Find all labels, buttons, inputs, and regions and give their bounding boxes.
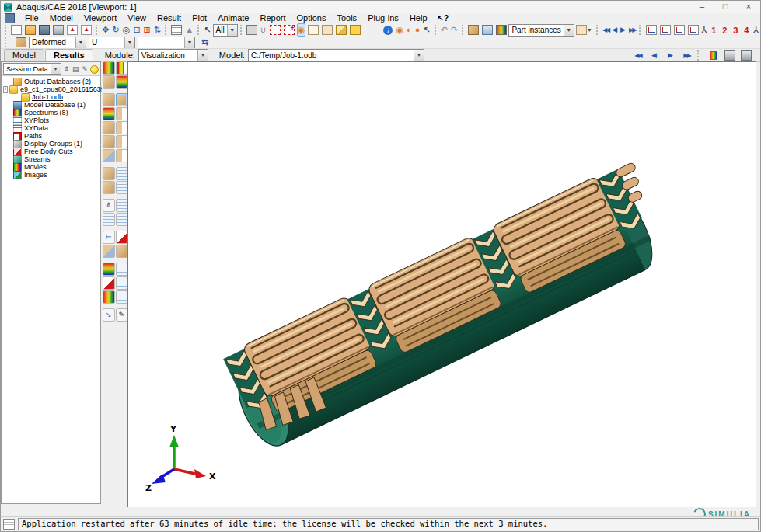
close-button[interactable]: ×: [737, 1, 760, 13]
plot-state-combo[interactable]: Deformed ▼: [29, 37, 86, 49]
xy-data-manager-icon[interactable]: [103, 213, 115, 226]
chevron-down-icon[interactable]: ▼: [184, 37, 194, 48]
tree-item[interactable]: + Job-1.odb: [3, 93, 100, 101]
orientation-options-icon[interactable]: [116, 135, 128, 148]
maximize-button[interactable]: □: [714, 1, 737, 13]
plot-symbols-icon[interactable]: [103, 121, 115, 134]
toolbar-grip[interactable]: [639, 25, 641, 35]
view-front-button[interactable]: [645, 23, 658, 37]
chevron-down-icon[interactable]: ▼: [51, 64, 61, 74]
query-options-icon[interactable]: [116, 276, 128, 290]
last-frame-button[interactable]: [628, 23, 636, 37]
menu-item[interactable]: Report: [254, 13, 291, 23]
menu-item[interactable]: Result: [152, 13, 187, 23]
toolbar-grip[interactable]: [240, 25, 243, 35]
toolbar-grip[interactable]: [165, 25, 167, 35]
chevron-down-icon[interactable]: ▼: [75, 37, 86, 48]
annotate-icon[interactable]: ✎: [116, 308, 128, 322]
plot-contours-icon[interactable]: [116, 75, 128, 89]
user-view-button[interactable]: 3: [730, 26, 741, 35]
animation-options-icon[interactable]: [116, 149, 128, 162]
previous-frame-button[interactable]: [611, 23, 618, 37]
anim-last-button[interactable]: [679, 49, 694, 62]
tree-item[interactable]: + Images: [3, 171, 100, 179]
tab[interactable]: Results: [45, 49, 93, 61]
append-select-button[interactable]: [283, 23, 295, 37]
cube-wireframe-button[interactable]: [307, 23, 319, 37]
tree-item[interactable]: + Model Database (1): [3, 101, 100, 109]
view-bottom-button[interactable]: [687, 23, 700, 37]
animate-button[interactable]: [706, 49, 721, 62]
query-icon[interactable]: [103, 276, 115, 290]
undo-button[interactable]: [440, 23, 449, 37]
chevron-down-icon[interactable]: ▼: [564, 25, 574, 36]
tree-item[interactable]: + Paths: [3, 132, 100, 140]
menu-item[interactable]: Help: [404, 13, 433, 23]
display-group-manager-button[interactable]: [481, 23, 494, 37]
tree-root-combo[interactable]: Session Data ▼: [3, 63, 61, 75]
toolbar-grip[interactable]: [596, 25, 599, 35]
toolbar-grip[interactable]: [697, 50, 703, 61]
movie-capture-button[interactable]: [722, 49, 737, 62]
cube-shaded-button[interactable]: [335, 23, 347, 37]
user-view-button[interactable]: 2: [719, 26, 730, 35]
tree-item[interactable]: + Streams: [3, 155, 100, 163]
chevron-down-icon[interactable]: ▼: [414, 50, 424, 61]
context-help-icon[interactable]: ↖?: [438, 14, 449, 23]
free-body-cut-icon[interactable]: [103, 245, 115, 258]
spectrum-manager-icon[interactable]: [103, 290, 115, 304]
view-cut-manager-icon[interactable]: [116, 231, 128, 244]
sync-field-output-button[interactable]: [197, 36, 212, 49]
tree-tips-icon[interactable]: [90, 64, 99, 74]
chevron-down-icon[interactable]: ▼: [227, 25, 237, 36]
save-button[interactable]: [38, 23, 51, 37]
toolbar-grip[interactable]: [5, 37, 10, 47]
plot-deformed-selected-icon[interactable]: [116, 93, 128, 106]
menu-item[interactable]: Plot: [187, 13, 212, 23]
material-orientation-icon[interactable]: [103, 135, 115, 148]
contour-options-icon[interactable]: [116, 107, 128, 120]
open-button[interactable]: [24, 23, 37, 37]
model-combo[interactable]: C:/Temp/Job-1.odb ▼: [248, 49, 424, 61]
harmonic-options-icon[interactable]: [116, 181, 128, 194]
user-view-button[interactable]: 4: [741, 26, 752, 35]
cube-filled-button[interactable]: [349, 23, 361, 37]
tree-item[interactable]: + Free Body Cuts: [3, 148, 100, 155]
toolbar-grip[interactable]: [5, 25, 7, 35]
viewport-canvas[interactable]: Y X Z: [127, 61, 756, 509]
xy-plot-icon[interactable]: [116, 213, 128, 226]
contours-on-deformed-icon[interactable]: [103, 107, 115, 120]
pan-view-button[interactable]: [101, 23, 110, 37]
new-file-button[interactable]: [10, 23, 23, 37]
display-group-cube-button[interactable]: ▼: [575, 23, 593, 37]
anim-next-button[interactable]: [663, 49, 678, 62]
status-log-icon[interactable]: [3, 519, 15, 530]
ply-stack-plot-icon[interactable]: [103, 263, 115, 276]
module-combo[interactable]: Visualization ▼: [138, 49, 208, 61]
tree-item[interactable]: + XYPlots: [3, 116, 100, 124]
spectrum-plot-icon[interactable]: [103, 61, 115, 75]
tree-item[interactable]: + e9_c1_cpus80_20161563998183.248.odb: [3, 85, 100, 93]
spectrum-legend-icon[interactable]: [116, 61, 128, 75]
toolbar-grip[interactable]: [462, 25, 464, 35]
tree-create-icon[interactable]: ▤: [72, 64, 79, 74]
tree-expander-icon[interactable]: +: [3, 86, 8, 93]
menu-item[interactable]: Animate: [212, 13, 254, 23]
symbol-options-icon[interactable]: [116, 121, 128, 134]
view-top-button[interactable]: [673, 23, 686, 37]
toolbar-grip[interactable]: [435, 25, 437, 35]
toolbar-grip[interactable]: [96, 25, 98, 35]
box-zoom-button[interactable]: [132, 23, 141, 37]
highlight-tool-button[interactable]: [297, 23, 306, 37]
anim-first-button[interactable]: [630, 49, 645, 62]
animate-harmonic-icon[interactable]: [103, 181, 115, 194]
menu-item[interactable]: Plug-ins: [362, 13, 404, 23]
create-display-group-button[interactable]: [467, 23, 480, 37]
menu-item[interactable]: Model: [44, 13, 79, 23]
tree-item[interactable]: + Output Databases (2): [3, 78, 100, 85]
plot-deformed-icon[interactable]: [103, 93, 115, 106]
menu-item[interactable]: View: [122, 13, 152, 23]
menu-item[interactable]: Tools: [331, 13, 362, 23]
plot-undeformed-icon[interactable]: [103, 75, 115, 89]
superimpose-options-button[interactable]: [414, 23, 421, 37]
